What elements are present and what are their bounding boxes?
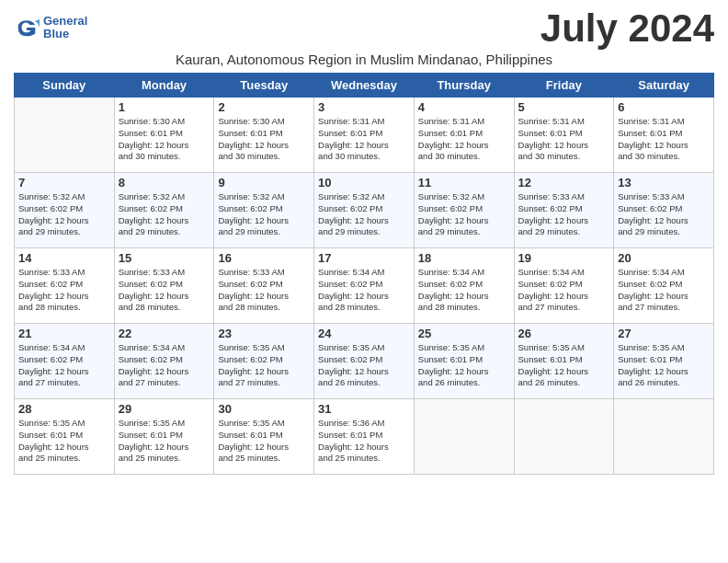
calendar-cell: 11Sunrise: 5:32 AM Sunset: 6:02 PM Dayli… bbox=[414, 173, 514, 248]
day-info: Sunrise: 5:34 AM Sunset: 6:02 PM Dayligh… bbox=[318, 267, 410, 314]
calendar-cell bbox=[614, 399, 714, 475]
day-number: 13 bbox=[618, 176, 710, 190]
day-number: 6 bbox=[618, 100, 710, 114]
day-number: 14 bbox=[18, 251, 110, 265]
calendar-cell: 17Sunrise: 5:34 AM Sunset: 6:02 PM Dayli… bbox=[314, 248, 415, 324]
week-row-2: 7Sunrise: 5:32 AM Sunset: 6:02 PM Daylig… bbox=[15, 173, 714, 248]
day-info: Sunrise: 5:33 AM Sunset: 6:02 PM Dayligh… bbox=[119, 267, 210, 314]
day-info: Sunrise: 5:35 AM Sunset: 6:01 PM Dayligh… bbox=[618, 342, 710, 389]
calendar-cell: 2Sunrise: 5:30 AM Sunset: 6:01 PM Daylig… bbox=[214, 98, 314, 173]
header-wednesday: Wednesday bbox=[314, 74, 415, 98]
day-number: 24 bbox=[318, 327, 410, 340]
day-info: Sunrise: 5:35 AM Sunset: 6:01 PM Dayligh… bbox=[518, 342, 610, 389]
calendar-cell: 5Sunrise: 5:31 AM Sunset: 6:01 PM Daylig… bbox=[514, 98, 614, 173]
day-info: Sunrise: 5:34 AM Sunset: 6:02 PM Dayligh… bbox=[618, 267, 710, 314]
header-saturday: Saturday bbox=[614, 74, 714, 98]
calendar-cell: 13Sunrise: 5:33 AM Sunset: 6:02 PM Dayli… bbox=[614, 173, 714, 248]
day-info: Sunrise: 5:32 AM Sunset: 6:02 PM Dayligh… bbox=[18, 191, 110, 238]
day-number: 26 bbox=[518, 327, 610, 340]
day-number: 15 bbox=[119, 251, 210, 265]
day-number: 27 bbox=[618, 327, 710, 340]
calendar-cell bbox=[414, 399, 514, 475]
day-number: 29 bbox=[119, 402, 210, 416]
day-info: Sunrise: 5:30 AM Sunset: 6:01 PM Dayligh… bbox=[119, 116, 210, 163]
day-info: Sunrise: 5:33 AM Sunset: 6:02 PM Dayligh… bbox=[518, 191, 610, 238]
day-number: 3 bbox=[318, 100, 410, 114]
header-tuesday: Tuesday bbox=[214, 74, 314, 98]
calendar-cell: 28Sunrise: 5:35 AM Sunset: 6:01 PM Dayli… bbox=[15, 399, 115, 475]
day-info: Sunrise: 5:35 AM Sunset: 6:01 PM Dayligh… bbox=[119, 418, 210, 465]
header: General Blue July 2024 bbox=[14, 9, 714, 48]
day-number: 10 bbox=[318, 176, 410, 190]
calendar-cell: 8Sunrise: 5:32 AM Sunset: 6:02 PM Daylig… bbox=[114, 173, 214, 248]
day-number: 25 bbox=[418, 327, 510, 340]
day-number: 22 bbox=[119, 327, 210, 340]
day-number: 8 bbox=[119, 176, 210, 190]
month-title: July 2024 bbox=[540, 9, 714, 48]
calendar-cell: 14Sunrise: 5:33 AM Sunset: 6:02 PM Dayli… bbox=[15, 248, 115, 324]
calendar-cell: 29Sunrise: 5:35 AM Sunset: 6:01 PM Dayli… bbox=[114, 399, 214, 475]
day-info: Sunrise: 5:33 AM Sunset: 6:02 PM Dayligh… bbox=[618, 191, 710, 238]
header-friday: Friday bbox=[514, 74, 614, 98]
day-number: 17 bbox=[318, 251, 410, 265]
calendar-cell: 19Sunrise: 5:34 AM Sunset: 6:02 PM Dayli… bbox=[514, 248, 614, 324]
day-number: 20 bbox=[618, 251, 710, 265]
day-info: Sunrise: 5:33 AM Sunset: 6:02 PM Dayligh… bbox=[218, 267, 310, 314]
day-info: Sunrise: 5:35 AM Sunset: 6:01 PM Dayligh… bbox=[18, 418, 110, 465]
calendar-cell: 12Sunrise: 5:33 AM Sunset: 6:02 PM Dayli… bbox=[514, 173, 614, 248]
calendar-cell: 30Sunrise: 5:35 AM Sunset: 6:01 PM Dayli… bbox=[214, 399, 314, 475]
day-info: Sunrise: 5:34 AM Sunset: 6:02 PM Dayligh… bbox=[119, 342, 210, 389]
day-number: 12 bbox=[518, 176, 610, 190]
header-row: SundayMondayTuesdayWednesdayThursdayFrid… bbox=[15, 74, 714, 98]
day-number: 7 bbox=[18, 176, 110, 190]
day-number: 9 bbox=[218, 176, 310, 190]
day-info: Sunrise: 5:32 AM Sunset: 6:02 PM Dayligh… bbox=[318, 191, 410, 238]
calendar-cell: 16Sunrise: 5:33 AM Sunset: 6:02 PM Dayli… bbox=[214, 248, 314, 324]
week-row-3: 14Sunrise: 5:33 AM Sunset: 6:02 PM Dayli… bbox=[15, 248, 714, 324]
calendar-table: SundayMondayTuesdayWednesdayThursdayFrid… bbox=[14, 73, 714, 475]
header-thursday: Thursday bbox=[414, 74, 514, 98]
calendar-cell bbox=[15, 98, 115, 173]
logo-line2: Blue bbox=[43, 28, 87, 40]
day-info: Sunrise: 5:33 AM Sunset: 6:02 PM Dayligh… bbox=[18, 267, 110, 314]
calendar-cell: 31Sunrise: 5:36 AM Sunset: 6:01 PM Dayli… bbox=[314, 399, 415, 475]
day-number: 18 bbox=[418, 251, 510, 265]
calendar-cell bbox=[514, 399, 614, 475]
logo-text: General Blue bbox=[43, 15, 87, 41]
week-row-1: 1Sunrise: 5:30 AM Sunset: 6:01 PM Daylig… bbox=[15, 98, 714, 173]
logo: General Blue bbox=[14, 15, 87, 41]
day-number: 21 bbox=[18, 327, 110, 340]
day-number: 11 bbox=[418, 176, 510, 190]
day-number: 2 bbox=[218, 100, 310, 114]
subtitle: Kauran, Autonomous Region in Muslim Mind… bbox=[14, 52, 714, 67]
day-info: Sunrise: 5:34 AM Sunset: 6:02 PM Dayligh… bbox=[18, 342, 110, 389]
day-info: Sunrise: 5:31 AM Sunset: 6:01 PM Dayligh… bbox=[418, 116, 510, 163]
day-info: Sunrise: 5:32 AM Sunset: 6:02 PM Dayligh… bbox=[119, 191, 210, 238]
calendar-cell: 21Sunrise: 5:34 AM Sunset: 6:02 PM Dayli… bbox=[15, 324, 115, 399]
calendar-cell: 25Sunrise: 5:35 AM Sunset: 6:01 PM Dayli… bbox=[414, 324, 514, 399]
day-info: Sunrise: 5:31 AM Sunset: 6:01 PM Dayligh… bbox=[518, 116, 610, 163]
calendar-cell: 15Sunrise: 5:33 AM Sunset: 6:02 PM Dayli… bbox=[114, 248, 214, 324]
header-sunday: Sunday bbox=[15, 74, 115, 98]
day-info: Sunrise: 5:35 AM Sunset: 6:02 PM Dayligh… bbox=[318, 342, 410, 389]
day-number: 16 bbox=[218, 251, 310, 265]
day-number: 1 bbox=[119, 100, 210, 114]
day-info: Sunrise: 5:31 AM Sunset: 6:01 PM Dayligh… bbox=[318, 116, 410, 163]
day-info: Sunrise: 5:32 AM Sunset: 6:02 PM Dayligh… bbox=[218, 191, 310, 238]
calendar-cell: 20Sunrise: 5:34 AM Sunset: 6:02 PM Dayli… bbox=[614, 248, 714, 324]
day-info: Sunrise: 5:34 AM Sunset: 6:02 PM Dayligh… bbox=[418, 267, 510, 314]
day-info: Sunrise: 5:30 AM Sunset: 6:01 PM Dayligh… bbox=[218, 116, 310, 163]
calendar-cell: 24Sunrise: 5:35 AM Sunset: 6:02 PM Dayli… bbox=[314, 324, 415, 399]
day-info: Sunrise: 5:34 AM Sunset: 6:02 PM Dayligh… bbox=[518, 267, 610, 314]
logo-icon bbox=[14, 15, 40, 40]
logo-line1: General bbox=[43, 15, 87, 28]
header-monday: Monday bbox=[114, 74, 214, 98]
day-number: 5 bbox=[518, 100, 610, 114]
calendar-cell: 4Sunrise: 5:31 AM Sunset: 6:01 PM Daylig… bbox=[414, 98, 514, 173]
week-row-4: 21Sunrise: 5:34 AM Sunset: 6:02 PM Dayli… bbox=[15, 324, 714, 399]
day-info: Sunrise: 5:36 AM Sunset: 6:01 PM Dayligh… bbox=[318, 418, 410, 465]
calendar-cell: 6Sunrise: 5:31 AM Sunset: 6:01 PM Daylig… bbox=[614, 98, 714, 173]
calendar-cell: 7Sunrise: 5:32 AM Sunset: 6:02 PM Daylig… bbox=[15, 173, 115, 248]
day-info: Sunrise: 5:35 AM Sunset: 6:01 PM Dayligh… bbox=[218, 418, 310, 465]
day-info: Sunrise: 5:31 AM Sunset: 6:01 PM Dayligh… bbox=[618, 116, 710, 163]
